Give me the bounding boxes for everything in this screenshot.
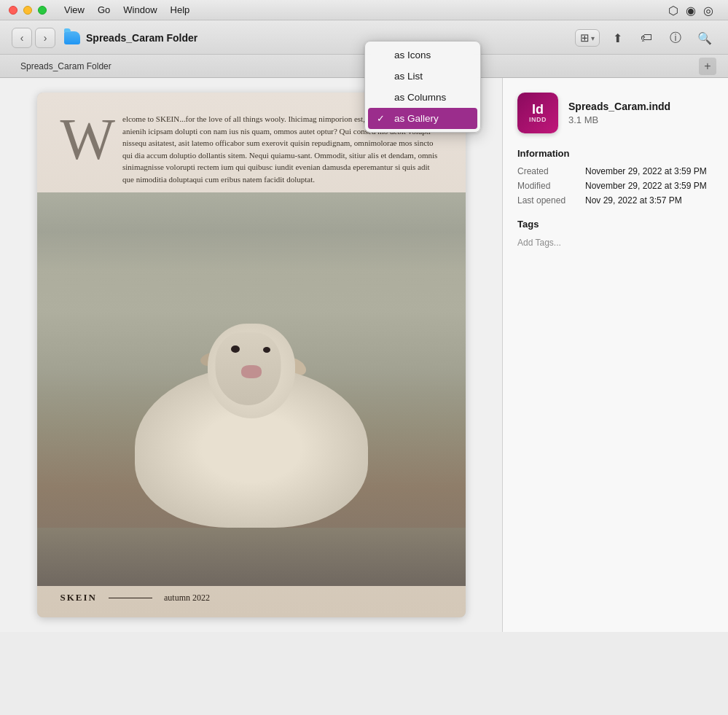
dropdown-item-as-list[interactable]: as List [365, 66, 480, 87]
minimize-button[interactable] [23, 6, 32, 15]
sheep-eye-right [263, 347, 270, 353]
back-icon: ‹ [20, 32, 24, 44]
information-section: Information Created November 29, 2022 at… [517, 148, 713, 206]
created-label: Created [517, 166, 579, 176]
menu-help[interactable]: Help [171, 4, 190, 15]
menu-go[interactable]: Go [98, 4, 110, 15]
view-toggle-button[interactable]: ⊞ ▾ [575, 29, 600, 47]
gallery-area: W elcome to SKEIN...for the love of all … [0, 78, 502, 632]
magazine-footer: SKEIN autumn 2022 [37, 586, 466, 612]
dropdown-item-as-columns[interactable]: as Columns [365, 87, 480, 108]
last-opened-label: Last opened [517, 195, 579, 206]
last-opened-row: Last opened Nov 29, 2022 at 3:57 PM [517, 195, 713, 206]
as-icons-label: as Icons [394, 50, 431, 60]
ground [37, 528, 466, 586]
modified-row: Modified November 29, 2022 at 3:59 PM [517, 181, 713, 191]
menu-view[interactable]: View [64, 4, 85, 15]
info-button[interactable]: ⓘ [664, 28, 687, 48]
grid-icon: ⊞ [580, 31, 590, 44]
file-preview[interactable]: W elcome to SKEIN...for the love of all … [37, 93, 466, 617]
sheep-nose [241, 365, 262, 378]
as-list-label: as List [394, 71, 423, 82]
file-name-area: Spreads_Caram.indd 3.1 MB [568, 101, 713, 125]
search-button[interactable]: 🔍 [693, 28, 716, 48]
window-title: Spreads_Caram Folder [86, 32, 197, 44]
close-button[interactable] [9, 6, 17, 15]
magazine-divider [109, 598, 152, 598]
check-icon [377, 71, 388, 82]
new-tab-button[interactable]: + [699, 58, 716, 75]
toolbar-right: ⊞ ▾ ⬆ 🏷 ⓘ 🔍 [575, 28, 716, 48]
tab-spreads-caram[interactable]: Spreads_Caram Folder [12, 58, 120, 74]
system-tray: ⬡ ◉ ◎ [668, 4, 713, 17]
tag-button[interactable]: 🏷 [635, 28, 658, 48]
indd-label-text: INDD [529, 116, 547, 123]
user-icon: ◎ [703, 4, 713, 17]
dropdown-item-as-icons[interactable]: as Icons [365, 44, 480, 66]
dropdown-item-as-gallery[interactable]: ✓ as Gallery [368, 108, 477, 129]
main-area: W elcome to SKEIN...for the love of all … [0, 78, 728, 632]
checkmark-icon: ✓ [377, 113, 388, 124]
created-row: Created November 29, 2022 at 3:59 PM [517, 166, 713, 176]
magazine-brand: SKEIN [60, 592, 97, 603]
file-info-header: Id INDD Spreads_Caram.indd 3.1 MB [517, 93, 713, 133]
magazine-drop-cap: W [60, 110, 116, 168]
dropbox-icon: ⬡ [668, 4, 678, 17]
tag-icon: 🏷 [641, 31, 652, 44]
window-chrome: View Go Window Help ⬡ ◉ ◎ [0, 0, 728, 20]
as-columns-label: as Columns [394, 92, 446, 103]
back-button[interactable]: ‹ [12, 28, 32, 48]
nav-buttons: ‹ › [12, 28, 55, 48]
sheep-eye-left [231, 345, 240, 353]
add-tags-button[interactable]: Add Tags... [517, 238, 561, 248]
chevron-down-icon: ▾ [591, 34, 595, 42]
share-icon: ⬆ [613, 31, 622, 45]
as-gallery-label: as Gallery [394, 113, 439, 124]
indd-id-text: Id [532, 103, 544, 116]
folder-icon [64, 31, 80, 44]
tags-section: Tags Add Tags... [517, 219, 713, 249]
info-panel: Id INDD Spreads_Caram.indd 3.1 MB Inform… [502, 78, 728, 632]
menu-window[interactable]: Window [123, 4, 157, 15]
info-icon: ⓘ [670, 31, 681, 46]
last-opened-value: Nov 29, 2022 at 3:57 PM [585, 195, 682, 206]
search-icon: 🔍 [697, 31, 712, 45]
wifi-icon: ◉ [686, 4, 696, 17]
information-title: Information [517, 148, 713, 159]
check-icon [377, 92, 388, 103]
magazine-preview: W elcome to SKEIN...for the love of all … [37, 93, 466, 617]
forward-icon: › [44, 32, 47, 44]
created-value: November 29, 2022 at 3:59 PM [585, 166, 707, 176]
view-dropdown-menu: as Icons as List as Columns ✓ as Gallery [364, 41, 481, 133]
sheep-image [37, 192, 466, 586]
magazine-season: autumn 2022 [164, 593, 210, 603]
share-button[interactable]: ⬆ [606, 28, 629, 48]
breadcrumb: Spreads_Caram Folder [64, 31, 566, 44]
file-name: Spreads_Caram.indd [568, 101, 713, 112]
fullscreen-button[interactable] [38, 6, 47, 15]
file-size: 3.1 MB [568, 114, 713, 125]
forward-button[interactable]: › [35, 28, 55, 48]
modified-label: Modified [517, 181, 579, 191]
tags-title: Tags [517, 219, 713, 230]
modified-value: November 29, 2022 at 3:59 PM [585, 181, 707, 191]
indd-icon: Id INDD [517, 93, 558, 133]
check-icon [377, 50, 388, 60]
